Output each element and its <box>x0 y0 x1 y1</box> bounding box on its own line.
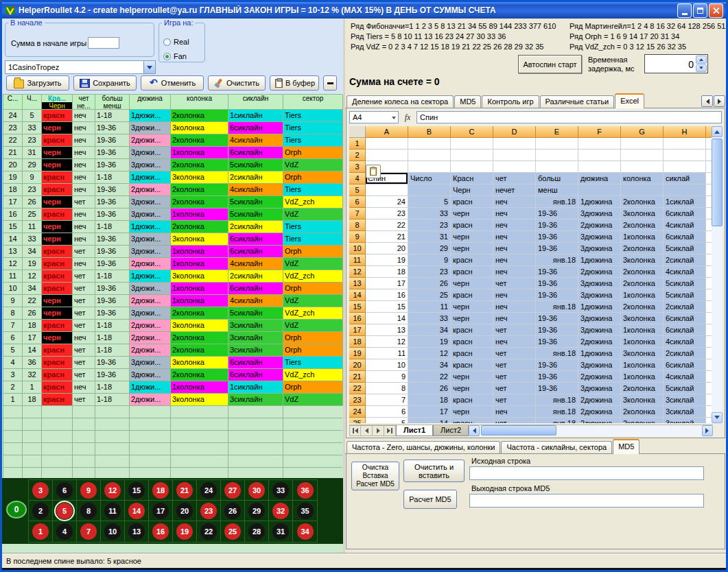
excel-cell[interactable]: 6 <box>366 406 408 418</box>
excel-cell[interactable] <box>536 150 578 161</box>
excel-cell[interactable]: 1дюжина <box>578 301 621 313</box>
excel-cell[interactable]: чет <box>493 324 536 336</box>
scroll-right-button[interactable] <box>702 425 713 436</box>
excel-cell[interactable]: 3дюжина <box>578 383 621 394</box>
excel-cell[interactable]: колонка <box>621 173 664 184</box>
row-header-24[interactable]: 24 <box>349 406 366 418</box>
casino-select[interactable]: 1CasinoTropez <box>5 60 156 74</box>
excel-cell[interactable]: 3колонка <box>621 348 664 359</box>
excel-cell[interactable] <box>366 184 408 196</box>
excel-cell[interactable]: черн <box>451 406 493 418</box>
column-header-E[interactable]: E <box>536 126 578 138</box>
excel-cell[interactable] <box>536 138 578 150</box>
excel-cell[interactable]: янв.18 <box>536 254 578 266</box>
excel-cell[interactable] <box>578 184 621 196</box>
table-row[interactable]: 2131черннеч19-363дюжи...1колонка6сиклайн… <box>3 147 342 159</box>
excel-cell[interactable]: 19-36 <box>536 313 578 324</box>
excel-cell[interactable]: 19-36 <box>536 278 578 289</box>
horizontal-scroll-thumb[interactable] <box>481 425 556 436</box>
table-row[interactable]: 1433черннеч19-363дюжи...3колонка6сиклайн… <box>3 233 342 246</box>
excel-cell[interactable]: 34 <box>408 324 451 336</box>
excel-cell[interactable]: 19-36 <box>536 383 578 394</box>
roulette-number-12[interactable]: 12 <box>104 482 121 499</box>
excel-cell[interactable]: неч <box>493 406 536 418</box>
excel-cell[interactable]: 4сиклай <box>664 336 706 348</box>
source-string-input[interactable] <box>469 466 704 480</box>
excel-cell[interactable]: 3дюжина <box>578 313 621 324</box>
row-header-9[interactable]: 9 <box>349 231 366 243</box>
excel-cell[interactable]: 3дюжина <box>578 359 621 371</box>
excel-cell[interactable] <box>451 150 493 161</box>
excel-cell[interactable]: 3сиклай <box>664 418 706 423</box>
radio-option-real[interactable]: Real <box>163 38 189 46</box>
roulette-number-10[interactable]: 10 <box>104 523 121 540</box>
excel-cell[interactable]: неч <box>493 301 536 313</box>
excel-cell[interactable]: 19-36 <box>536 359 578 371</box>
excel-cell[interactable]: 21 <box>366 231 408 243</box>
table-row[interactable]: 21красннеч1-181дюжи...1колонка1сиклайнOr… <box>3 381 342 394</box>
maximize-button[interactable] <box>693 3 707 18</box>
tab-scroll-left-button[interactable] <box>701 95 713 107</box>
excel-cell[interactable]: 3колонка <box>621 254 664 266</box>
roulette-number-22[interactable]: 22 <box>200 523 217 540</box>
vertical-scroll-thumb[interactable] <box>712 139 723 226</box>
excel-cell[interactable]: менш <box>536 184 578 196</box>
excel-cell[interactable]: 3колонка <box>621 313 664 324</box>
table-row[interactable]: 2223красннеч19-362дюжи...2колонка4сиклай… <box>3 134 342 147</box>
roulette-number-23[interactable]: 23 <box>200 503 217 519</box>
row-header-15[interactable]: 15 <box>349 301 366 313</box>
excel-cell[interactable]: 19-36 <box>536 289 578 301</box>
scroll-up-button[interactable] <box>712 126 723 137</box>
delay-value[interactable]: 0 <box>646 56 696 72</box>
excel-cell[interactable]: 2дюжина <box>578 418 621 423</box>
roulette-number-33[interactable]: 33 <box>272 482 289 499</box>
row-header-22[interactable]: 22 <box>349 383 366 394</box>
excel-cell[interactable]: 1сиклай <box>664 196 706 208</box>
row-header-19[interactable]: 19 <box>349 348 366 359</box>
excel-cell[interactable]: 26 <box>408 383 451 394</box>
row-header-17[interactable]: 17 <box>349 324 366 336</box>
excel-cell[interactable]: красн <box>451 289 493 301</box>
excel-cell[interactable]: 6сиклай <box>664 208 706 219</box>
column-header-C[interactable]: C <box>451 126 493 138</box>
excel-cell[interactable]: 3сиклай <box>664 406 706 418</box>
excel-cell[interactable]: черн <box>451 313 493 324</box>
scroll-left-button[interactable] <box>469 425 480 436</box>
row-header-8[interactable]: 8 <box>349 219 366 231</box>
row-header-7[interactable]: 7 <box>349 208 366 219</box>
excel-cell[interactable] <box>451 161 493 173</box>
excel-cell[interactable]: красн <box>451 336 493 348</box>
row-header-10[interactable]: 10 <box>349 243 366 254</box>
excel-cell[interactable]: 5сиклай <box>664 383 706 394</box>
excel-cell[interactable]: красн <box>451 394 493 406</box>
excel-cell[interactable]: красн <box>451 418 493 423</box>
roulette-number-11[interactable]: 11 <box>104 503 121 519</box>
column-header-B[interactable]: B <box>408 126 451 138</box>
excel-cell[interactable]: 22 <box>408 371 451 383</box>
horizontal-scrollbar[interactable] <box>469 425 713 436</box>
excel-cell[interactable]: больш <box>536 173 578 184</box>
excel-cell[interactable]: 2колонка <box>621 196 664 208</box>
excel-cell[interactable]: 14 <box>366 313 408 324</box>
excel-cell[interactable]: 3сиклай <box>664 394 706 406</box>
roulette-number-1[interactable]: 1 <box>32 523 49 540</box>
excel-cell[interactable]: 3колонка <box>621 208 664 219</box>
row-header-6[interactable]: 6 <box>349 196 366 208</box>
excel-cell[interactable]: 10 <box>366 359 408 371</box>
column-header-F[interactable]: F <box>578 126 621 138</box>
excel-cell[interactable]: неч <box>493 208 536 219</box>
tab-freq-sixline[interactable]: Частота - сиклайны, сектора <box>501 441 612 453</box>
excel-cell[interactable]: черн <box>451 278 493 289</box>
excel-cell[interactable]: неч <box>493 266 536 278</box>
buffer-button[interactable]: В буфер <box>270 75 319 91</box>
excel-cell[interactable]: 23 <box>366 208 408 219</box>
radio-option-fan[interactable]: Fan <box>163 52 189 60</box>
excel-cell[interactable]: красн <box>451 348 493 359</box>
excel-cell[interactable]: 1колонка <box>621 359 664 371</box>
excel-cell[interactable]: 23 <box>408 219 451 231</box>
excel-cell[interactable]: 9 <box>408 254 451 266</box>
minimize-button[interactable] <box>677 3 692 18</box>
excel-cell[interactable]: 16 <box>366 289 408 301</box>
roulette-number-19[interactable]: 19 <box>176 523 193 540</box>
excel-cell[interactable]: 24 <box>366 196 408 208</box>
